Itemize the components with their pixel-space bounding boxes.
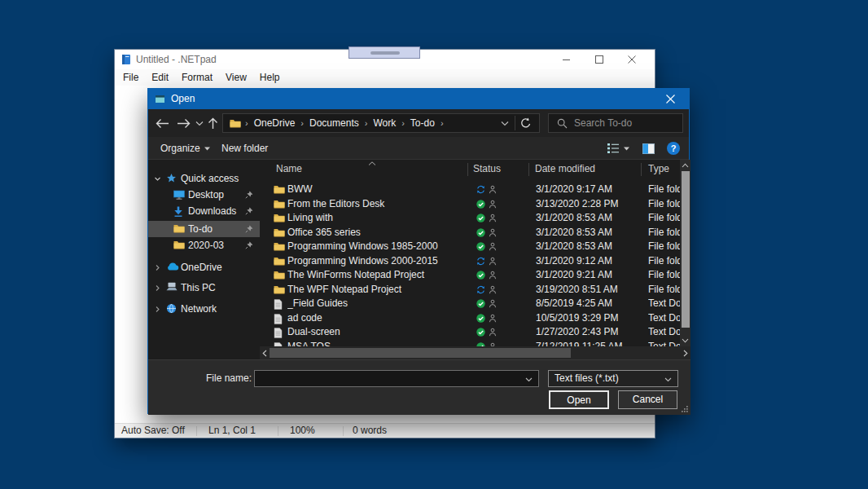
autosave-status: Auto Save: Off bbox=[121, 424, 185, 438]
file-name: Programming Windows 1985-2000 bbox=[287, 240, 465, 254]
minimize-button[interactable] bbox=[550, 50, 583, 69]
sidebar-item-quick-access[interactable]: Quick access bbox=[148, 170, 260, 187]
breadcrumb-separator-icon[interactable]: › bbox=[241, 118, 252, 128]
forward-button[interactable] bbox=[177, 109, 191, 137]
column-header-status[interactable]: Status bbox=[473, 160, 501, 178]
organize-button[interactable]: Organize bbox=[160, 137, 210, 160]
file-name-combobox[interactable] bbox=[254, 370, 539, 387]
close-button[interactable] bbox=[616, 50, 648, 69]
column-divider[interactable] bbox=[641, 163, 642, 176]
sidebar-label: Quick access bbox=[181, 170, 239, 187]
column-divider[interactable] bbox=[467, 163, 468, 176]
file-name: Living with bbox=[287, 211, 465, 226]
file-row-from-the-editors-desk[interactable]: From the Editors Desk3/13/2020 2:28 PMFi… bbox=[260, 197, 690, 212]
recent-locations-chevron-icon[interactable] bbox=[195, 109, 204, 137]
dialog-titlebar[interactable]: Open bbox=[148, 89, 689, 109]
file-type: Text Document bbox=[648, 311, 681, 326]
chevron-right-icon[interactable] bbox=[154, 306, 161, 313]
back-button[interactable] bbox=[156, 109, 169, 137]
chevron-right-icon[interactable] bbox=[154, 264, 161, 271]
cancel-button[interactable]: Cancel bbox=[618, 390, 677, 409]
command-bar: Organize New folder ? bbox=[148, 137, 689, 160]
file-row-the-winforms-notepad-project[interactable]: The WinForms Notepad Project3/1/2020 9:2… bbox=[260, 268, 690, 283]
file-row-bww[interactable]: BWW3/1/2020 9:17 AMFile folder bbox=[260, 183, 690, 197]
address-dropdown-chevron-icon[interactable] bbox=[501, 121, 509, 126]
column-header-date-modified[interactable]: Date modified bbox=[535, 160, 595, 178]
column-divider[interactable] bbox=[528, 163, 529, 176]
vertical-scroll-thumb[interactable] bbox=[682, 171, 690, 328]
file-row-living-with[interactable]: Living with3/1/2020 8:53 AMFile folder bbox=[260, 211, 690, 226]
file-type-chevron-icon bbox=[664, 377, 672, 382]
open-button[interactable]: Open bbox=[549, 390, 609, 409]
chevron-right-icon[interactable] bbox=[154, 284, 161, 292]
sidebar-item-this-pc[interactable]: This PC bbox=[148, 280, 260, 296]
breadcrumb-separator-icon[interactable]: › bbox=[436, 118, 448, 128]
sidebar-item-onedrive[interactable]: OneDrive bbox=[148, 259, 260, 275]
scroll-up-icon[interactable] bbox=[682, 163, 689, 168]
breadcrumb-separator-icon[interactable]: › bbox=[361, 118, 372, 128]
menu-format[interactable]: Format bbox=[175, 69, 219, 86]
file-row-field-guides[interactable]: _Field Guides8/5/2019 4:25 AMText Docume… bbox=[260, 297, 690, 311]
file-row-office-365-series[interactable]: Office 365 series3/1/2020 8:53 AMFile fo… bbox=[260, 226, 690, 240]
menu-edit[interactable]: Edit bbox=[145, 69, 175, 86]
breadcrumb-documents[interactable]: Documents bbox=[308, 117, 361, 129]
menu-file[interactable]: File bbox=[116, 69, 145, 86]
menu-help[interactable]: Help bbox=[253, 69, 287, 86]
breadcrumb-onedrive[interactable]: OneDrive bbox=[252, 117, 297, 129]
vertical-scrollbar[interactable] bbox=[680, 160, 690, 346]
horizontal-scroll-thumb[interactable] bbox=[270, 348, 571, 358]
status-synced-icon bbox=[476, 228, 485, 237]
address-bar[interactable]: ›OneDrive›Documents›Work›To-do› bbox=[222, 113, 540, 133]
sidebar-item-2020-03[interactable]: 2020-03 bbox=[148, 237, 260, 253]
maximize-button[interactable] bbox=[583, 50, 616, 69]
horizontal-scrollbar[interactable] bbox=[260, 346, 690, 359]
dialog-close-button[interactable] bbox=[652, 89, 689, 109]
help-button[interactable]: ? bbox=[667, 137, 680, 160]
date-modified: 3/1/2020 9:21 AM bbox=[536, 268, 638, 283]
menu-view[interactable]: View bbox=[219, 69, 253, 86]
cursor-position: Ln 1, Col 1 bbox=[208, 424, 256, 438]
breadcrumb-work[interactable]: Work bbox=[371, 117, 397, 129]
up-button[interactable] bbox=[208, 109, 218, 137]
folder-icon bbox=[274, 242, 285, 251]
dock-handle[interactable] bbox=[349, 46, 420, 59]
file-row-msa-tos[interactable]: MSA TOS7/12/2019 11:25 AMText Document bbox=[260, 340, 690, 347]
breadcrumb: ›OneDrive›Documents›Work›To-do› bbox=[230, 114, 448, 132]
breadcrumb-to-do[interactable]: To-do bbox=[409, 117, 436, 129]
sidebar-item-to-do[interactable]: To-do bbox=[148, 221, 260, 237]
chevron-down-icon[interactable] bbox=[154, 175, 161, 183]
file-name-input[interactable] bbox=[258, 372, 524, 385]
file-name-chevron-icon[interactable] bbox=[525, 377, 533, 382]
status-syncing-icon bbox=[476, 285, 485, 294]
file-row-dual-screen[interactable]: Dual-screen1/27/2020 2:43 PMText Documen… bbox=[260, 325, 690, 340]
column-header-type[interactable]: Type bbox=[648, 160, 669, 178]
resize-grip[interactable] bbox=[681, 405, 688, 412]
scroll-right-icon[interactable] bbox=[683, 350, 688, 357]
shared-person-icon bbox=[489, 185, 497, 194]
view-details-button[interactable] bbox=[607, 137, 629, 160]
file-browser: Quick accessDesktopDownloadsTo-do2020-03… bbox=[148, 160, 690, 359]
netpad-statusbar: Auto Save: OffLn 1, Col 1100%0 words bbox=[115, 423, 655, 438]
scroll-left-icon[interactable] bbox=[262, 350, 267, 357]
file-row-ad-code[interactable]: ad code10/5/2019 3:29 PMText Document bbox=[260, 311, 690, 326]
sidebar-item-desktop[interactable]: Desktop bbox=[148, 187, 260, 203]
refresh-icon[interactable] bbox=[520, 117, 532, 129]
file-type-select[interactable]: Text files (*.txt) bbox=[548, 370, 678, 387]
preview-pane-button[interactable] bbox=[642, 137, 655, 160]
preview-pane-icon bbox=[642, 143, 655, 154]
shared-person-icon bbox=[489, 314, 497, 323]
scroll-down-icon[interactable] bbox=[682, 338, 689, 343]
new-folder-button[interactable]: New folder bbox=[221, 137, 268, 160]
search-input[interactable]: Search To-do bbox=[548, 113, 683, 133]
file-row-programming-windows-1985-2000[interactable]: Programming Windows 1985-20003/1/2020 8:… bbox=[260, 240, 690, 254]
breadcrumb-separator-icon[interactable]: › bbox=[296, 118, 308, 128]
file-name: Dual-screen bbox=[287, 325, 465, 340]
sidebar-item-network[interactable]: Network bbox=[148, 301, 260, 317]
search-placeholder: Search To-do bbox=[574, 117, 632, 129]
network-icon bbox=[166, 303, 177, 314]
column-header-name[interactable]: Name bbox=[276, 160, 302, 178]
file-row-programming-windows-2000-2015[interactable]: Programming Windows 2000-20153/1/2020 9:… bbox=[260, 254, 690, 269]
breadcrumb-separator-icon[interactable]: › bbox=[397, 118, 409, 128]
sidebar-item-downloads[interactable]: Downloads bbox=[148, 203, 260, 219]
file-row-the-wpf-notepad-project[interactable]: The WPF Notepad Project3/19/2020 8:51 AM… bbox=[260, 283, 690, 297]
